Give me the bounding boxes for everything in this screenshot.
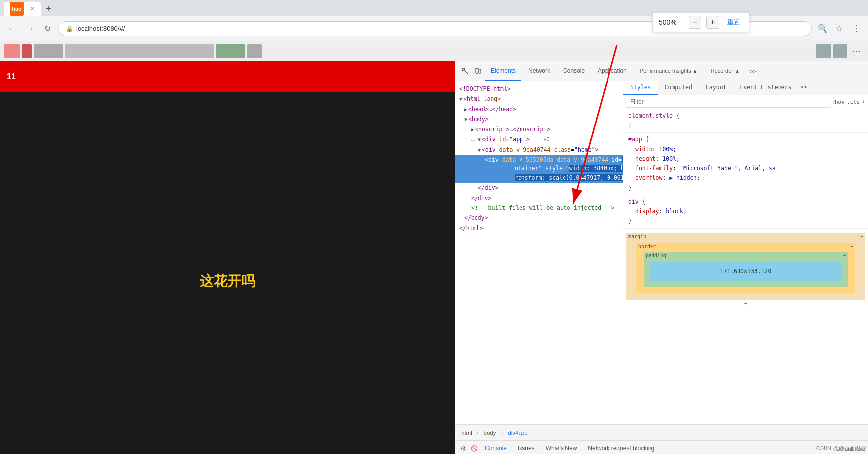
arrow-home[interactable] xyxy=(478,147,481,153)
arrow-body[interactable] xyxy=(464,117,467,122)
devtools-tab-network[interactable]: Network xyxy=(522,61,556,81)
arrow-html[interactable] xyxy=(459,96,462,102)
thumbnail[interactable] xyxy=(34,44,63,58)
console-clear-button[interactable]: 🚫 xyxy=(469,444,479,454)
console-tab-issues[interactable]: Issues xyxy=(513,442,540,454)
styles-tab-layout[interactable]: Layout xyxy=(699,81,734,95)
svg-rect-0 xyxy=(462,68,465,71)
thumbnail[interactable] xyxy=(216,44,245,58)
breadcrumb-sep1: › xyxy=(477,430,479,436)
devtools-tab-performance[interactable]: Performance Insights ▲ xyxy=(634,61,704,81)
html-line-close-body: </body> xyxy=(455,213,623,223)
styles-rule-div: div { display: block; } xyxy=(623,195,868,229)
devtools-tab-console[interactable]: Console xyxy=(557,61,591,81)
thumbnail[interactable] xyxy=(816,44,831,58)
styles-rule-element: element.style { } xyxy=(623,109,868,133)
thumbnail[interactable] xyxy=(65,44,214,58)
html-line-home: <div data-v-9ea40744 class="home"> xyxy=(455,145,623,155)
svg-rect-2 xyxy=(479,69,481,73)
back-button[interactable]: ← xyxy=(5,22,19,36)
devtools-tab-recorder[interactable]: Recorder ▲ xyxy=(705,61,746,81)
styles-filter-input[interactable] xyxy=(626,96,831,108)
devtools-topbar: Elements Network Console Application Per… xyxy=(455,61,868,81)
filter-bar: :hov .cls + xyxy=(623,95,868,109)
padding-dash: − xyxy=(843,253,846,258)
hao-logo: hao xyxy=(10,2,24,16)
border-dash: − xyxy=(850,244,853,249)
inspect-element-button[interactable] xyxy=(459,65,471,77)
thumbnail[interactable] xyxy=(4,44,20,58)
console-tab-network-blocking[interactable]: Network request blocking xyxy=(583,442,659,454)
reload-button[interactable]: ↻ xyxy=(41,22,54,36)
box-padding: padding − 171.680×133.120 xyxy=(644,252,848,287)
breadcrumb-html[interactable]: html xyxy=(459,429,474,437)
styles-panel: Styles Computed Layout Event Listeners >… xyxy=(623,81,868,424)
html-line-comment: <!-- built files will be auto injected -… xyxy=(455,203,623,213)
styles-tab-computed[interactable]: Computed xyxy=(658,81,699,95)
search-button[interactable]: 🔍 xyxy=(816,22,829,36)
thumbnail[interactable] xyxy=(247,44,262,58)
browser-icons: 🔍 ☆ ⋮ xyxy=(816,22,863,36)
box-content: 171.680×133.120 xyxy=(650,262,842,281)
device-toolbar-button[interactable] xyxy=(472,65,484,77)
filter-add[interactable]: + xyxy=(862,99,865,105)
tab-close-button[interactable]: ✕ xyxy=(30,5,35,12)
thumbnail[interactable] xyxy=(833,44,847,58)
box-bottom-dash2: − xyxy=(626,306,865,312)
svg-rect-1 xyxy=(476,68,478,73)
devtools-more-tabs[interactable]: >> xyxy=(748,68,758,74)
more-thumbnails-button[interactable]: ⋯ xyxy=(849,46,864,57)
styles-tab-event-listeners[interactable]: Event Listeners xyxy=(733,81,798,95)
margin-dash: − xyxy=(860,234,863,239)
arrow-noscript[interactable] xyxy=(471,127,474,132)
zoom-reset-button[interactable]: 重置 xyxy=(724,17,743,28)
zoom-value: 500% xyxy=(659,18,684,26)
html-line-container-selected[interactable]: <div data-v-535305da data-v-9ea40744 id=… xyxy=(455,155,623,183)
styles-rule-app: #app { width: 100%; height: 100%; font-f… xyxy=(623,133,868,195)
more-styles-tabs[interactable]: >> xyxy=(798,81,809,95)
forward-button[interactable]: → xyxy=(23,22,37,36)
console-tab-console[interactable]: Console xyxy=(480,442,512,454)
zoom-plus-button[interactable]: + xyxy=(706,16,719,29)
filter-options[interactable]: :hov xyxy=(831,99,845,105)
new-tab-button[interactable]: + xyxy=(42,2,55,16)
devtools-tab-elements[interactable]: Elements xyxy=(485,61,521,81)
box-border: border − padding − 171.680×133.120 xyxy=(636,243,855,293)
devtools-tab-application[interactable]: Application xyxy=(592,61,633,81)
watermark: CSDN-@@小木财徐 xyxy=(816,445,866,452)
console-settings-button[interactable]: ⚙ xyxy=(458,444,468,454)
url-text: localhost:8080/#/ xyxy=(76,25,125,32)
page-number: 11 xyxy=(7,72,16,81)
chinese-text: 这花开吗 xyxy=(200,272,255,290)
html-panel: <!DOCTYPE html> <html lang> <head>…</hea… xyxy=(455,81,623,424)
html-line-doctype: <!DOCTYPE html> xyxy=(455,84,623,94)
console-tab-whatsnew[interactable]: What's New xyxy=(541,442,582,454)
arrow-app[interactable] xyxy=(478,137,481,142)
box-model: margin − border − padding − 171.680×133.… xyxy=(626,233,865,312)
main-area: 11 这花开吗 Elements Network xyxy=(0,61,868,454)
html-line-noscript: <noscript>…</noscript> xyxy=(455,124,623,134)
padding-label: padding xyxy=(646,253,666,258)
zoom-minus-button[interactable]: − xyxy=(689,16,701,29)
bookmark-button[interactable]: ☆ xyxy=(832,22,846,36)
more-button[interactable]: ⋮ xyxy=(849,22,863,36)
arrow-head[interactable] xyxy=(464,107,467,112)
filter-cls[interactable]: .cls xyxy=(847,99,860,105)
margin-label: margin xyxy=(628,234,646,239)
console-tabs-bar: ⚙ 🚫 Console Issues What's New Network re… xyxy=(455,440,868,454)
thumbnail[interactable] xyxy=(22,44,32,58)
html-line-body: <body> xyxy=(455,114,623,124)
breadcrumb-body[interactable]: body xyxy=(482,429,498,437)
html-line-close-html: </html> xyxy=(455,223,623,233)
breadcrumb-app[interactable]: div#app xyxy=(506,429,529,437)
html-line-close-div1: </div> xyxy=(455,183,623,193)
zoom-popup: 500% − + 重置 xyxy=(652,12,749,32)
html-line-html: <html lang> xyxy=(455,94,623,104)
webpage-content: 这花开吗 xyxy=(0,92,455,454)
styles-tab-styles[interactable]: Styles xyxy=(623,81,658,95)
browser-tab[interactable]: hao ✕ xyxy=(4,2,41,16)
html-line-app: … <div id="app"> == $0 xyxy=(455,134,623,145)
box-bottom-dash: − xyxy=(626,301,865,306)
breadcrumb-sep2: › xyxy=(501,430,503,436)
devtools-body: <!DOCTYPE html> <html lang> <head>…</hea… xyxy=(455,81,868,424)
